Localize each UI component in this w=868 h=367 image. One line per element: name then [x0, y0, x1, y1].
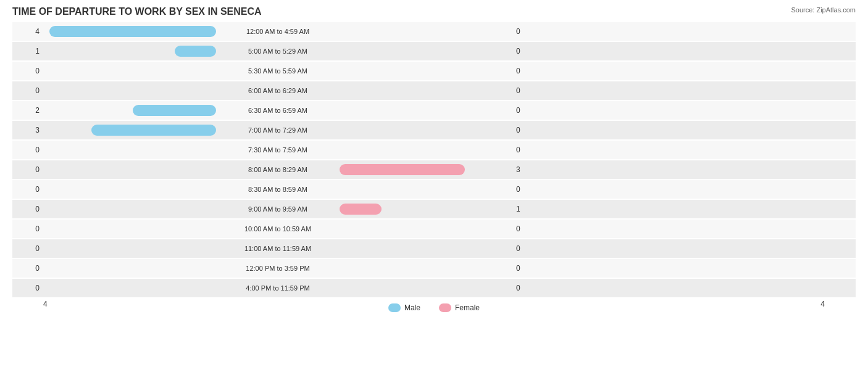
female-bar-container — [340, 282, 512, 294]
table-row: 4 12:00 AM to 4:59 AM 0 — [12, 22, 856, 41]
female-value: 0 — [512, 185, 543, 194]
female-bar-container — [340, 85, 512, 96]
time-label: 5:00 AM to 5:29 AM — [216, 47, 340, 55]
male-value: 4 — [12, 27, 43, 36]
male-label: Male — [404, 303, 420, 312]
male-value: 2 — [12, 106, 43, 115]
male-value: 0 — [12, 244, 43, 253]
time-label: 6:00 AM to 6:29 AM — [216, 87, 340, 94]
male-bar-container — [43, 85, 216, 96]
legend-female: Female — [439, 303, 480, 312]
male-value: 0 — [12, 205, 43, 213]
male-value: 0 — [12, 264, 43, 273]
female-value: 0 — [512, 244, 543, 253]
female-bar-container — [340, 164, 512, 175]
male-value: 0 — [12, 165, 43, 174]
legend-male: Male — [388, 303, 420, 312]
time-label: 5:30 AM to 5:59 AM — [216, 67, 340, 75]
source-label: Source: ZipAtlas.com — [791, 6, 856, 14]
male-bar-container — [43, 263, 216, 274]
table-row: 0 9:00 AM to 9:59 AM 1 — [12, 200, 856, 218]
male-value: 0 — [12, 146, 43, 154]
female-bar-container — [340, 263, 512, 274]
female-bar-container — [340, 243, 512, 254]
rows-container: 4 12:00 AM to 4:59 AM 0 1 5:00 AM to 5:2… — [12, 22, 856, 297]
female-bar-container — [340, 204, 512, 215]
female-bar — [340, 204, 382, 215]
female-label: Female — [455, 303, 480, 312]
female-bar-container — [340, 184, 512, 195]
female-value: 0 — [512, 225, 543, 233]
female-bar-container — [340, 46, 512, 57]
male-bar-container — [43, 144, 216, 155]
table-row: 2 6:30 AM to 6:59 AM 0 — [12, 101, 856, 120]
female-value: 3 — [512, 165, 543, 174]
bottom-axis-left: 4 — [43, 300, 48, 312]
male-bar-container — [43, 204, 216, 215]
time-label: 12:00 AM to 4:59 AM — [216, 28, 340, 35]
female-swatch — [439, 303, 451, 312]
male-bar — [49, 26, 216, 37]
time-label: 6:30 AM to 6:59 AM — [216, 107, 340, 114]
male-bar-container — [43, 26, 216, 37]
bottom-axis: 4 Male Female 4 — [12, 300, 856, 312]
female-bar-container — [340, 144, 512, 155]
male-value: 0 — [12, 86, 43, 95]
male-bar — [175, 46, 217, 57]
female-value: 0 — [512, 67, 543, 75]
table-row: 0 10:00 AM to 10:59 AM 0 — [12, 220, 856, 238]
male-bar-container — [43, 184, 216, 195]
male-value: 1 — [12, 47, 43, 56]
table-row: 0 7:30 AM to 7:59 AM 0 — [12, 141, 856, 159]
table-row: 0 12:00 PM to 3:59 PM 0 — [12, 259, 856, 278]
male-bar — [91, 125, 217, 136]
male-bar-container — [43, 105, 216, 116]
female-bar-container — [340, 223, 512, 234]
table-row: 0 11:00 AM to 11:59 AM 0 — [12, 239, 856, 258]
table-row: 0 4:00 PM to 11:59 PM 0 — [12, 279, 856, 297]
time-label: 11:00 AM to 11:59 AM — [216, 245, 340, 252]
time-label: 8:30 AM to 8:59 AM — [216, 186, 340, 193]
time-label: 7:30 AM to 7:59 AM — [216, 146, 340, 154]
male-value: 3 — [12, 126, 43, 134]
female-bar — [340, 164, 465, 175]
female-bar-container — [340, 125, 512, 136]
time-label: 7:00 AM to 7:29 AM — [216, 126, 340, 134]
male-bar-container — [43, 46, 216, 57]
chart-container: TIME OF DEPARTURE TO WORK BY SEX IN SENE… — [0, 0, 868, 367]
female-value: 1 — [512, 205, 543, 213]
female-value: 0 — [512, 126, 543, 134]
legend: Male Female — [388, 303, 480, 312]
female-value: 0 — [512, 47, 543, 56]
table-row: 3 7:00 AM to 7:29 AM 0 — [12, 121, 856, 139]
male-bar-container — [43, 282, 216, 294]
male-bar-container — [43, 125, 216, 136]
male-bar-container — [43, 243, 216, 254]
female-value: 0 — [512, 264, 543, 273]
bottom-axis-right: 4 — [820, 300, 825, 312]
male-value: 0 — [12, 67, 43, 75]
female-bar-container — [340, 65, 512, 76]
female-value: 0 — [512, 27, 543, 36]
time-label: 12:00 PM to 3:59 PM — [216, 265, 340, 272]
female-value: 0 — [512, 106, 543, 115]
female-bar-container — [340, 105, 512, 116]
male-bar-container — [43, 223, 216, 234]
male-value: 0 — [12, 225, 43, 233]
male-swatch — [388, 303, 401, 312]
female-value: 0 — [512, 284, 543, 292]
female-value: 0 — [512, 86, 543, 95]
table-row: 1 5:00 AM to 5:29 AM 0 — [12, 42, 856, 60]
table-row: 0 6:00 AM to 6:29 AM 0 — [12, 81, 856, 100]
table-row: 0 5:30 AM to 5:59 AM 0 — [12, 62, 856, 80]
female-bar-container — [340, 26, 512, 37]
table-row: 0 8:00 AM to 8:29 AM 3 — [12, 160, 856, 179]
male-bar-container — [43, 164, 216, 175]
time-label: 10:00 AM to 10:59 AM — [216, 225, 340, 233]
male-value: 0 — [12, 185, 43, 194]
male-bar-container — [43, 65, 216, 76]
chart-title: TIME OF DEPARTURE TO WORK BY SEX IN SENE… — [12, 6, 856, 17]
table-row: 0 8:30 AM to 8:59 AM 0 — [12, 180, 856, 199]
time-label: 8:00 AM to 8:29 AM — [216, 166, 340, 173]
female-value: 0 — [512, 146, 543, 154]
